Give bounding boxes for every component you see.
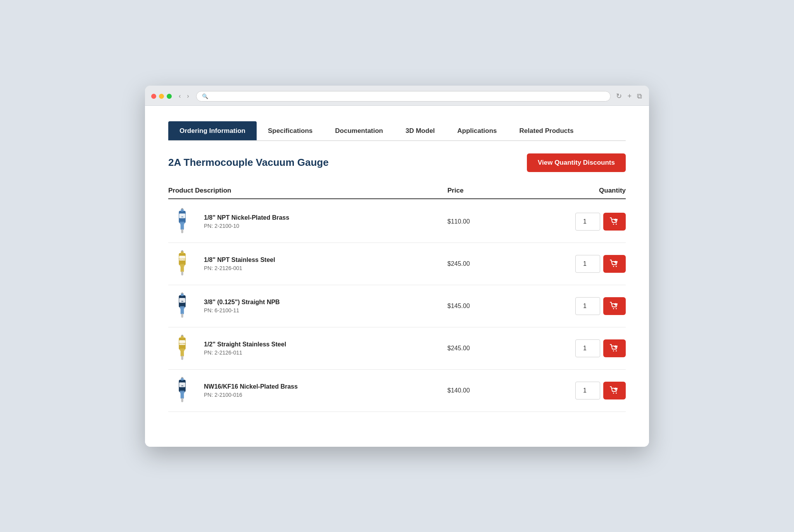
duplicate-tab-button[interactable]: ⧉ <box>636 91 643 101</box>
product-info: 2A 1/8" NPT Nickel-Plated Brass PN: 2-21… <box>168 208 447 236</box>
table-row: 2A 3/8" (0.125") Straight NPB PN: 6-2100… <box>168 285 626 327</box>
tab-specifications[interactable]: Specifications <box>257 121 324 140</box>
cart-icon <box>609 259 620 269</box>
tab-3d-model[interactable]: 3D Model <box>394 121 446 140</box>
back-button[interactable]: ‹ <box>176 91 183 101</box>
table-row: TELEVAC 1/2" Straight Stainless Steel PN… <box>168 327 626 370</box>
product-pn: PN: 2-2100-10 <box>204 223 289 229</box>
quantity-input[interactable] <box>575 255 600 273</box>
tab-applications[interactable]: Applications <box>446 121 508 140</box>
new-tab-button[interactable]: + <box>627 91 632 101</box>
browser-actions: ↻ + ⧉ <box>615 91 643 101</box>
svg-point-8 <box>613 224 614 225</box>
add-to-cart-button[interactable] <box>603 382 626 399</box>
svg-rect-55 <box>180 391 185 393</box>
page-header: 2A Thermocouple Vacuum Gauge View Quanti… <box>168 153 626 172</box>
traffic-lights <box>151 94 172 99</box>
quantity-controls <box>525 382 626 399</box>
product-name: NW16/KF16 Nickel-Plated Brass <box>204 383 298 390</box>
quantity-controls <box>525 213 626 231</box>
minimize-button[interactable] <box>159 94 164 99</box>
add-to-cart-button[interactable] <box>603 213 626 231</box>
svg-rect-28 <box>181 293 183 294</box>
product-image: TELEVAC <box>168 250 196 278</box>
table-header: Product Description Price Quantity <box>168 183 626 199</box>
product-list: 2A 1/8" NPT Nickel-Plated Brass PN: 2-21… <box>168 201 626 412</box>
product-name: 3/8" (0.125") Straight NPB <box>204 299 280 306</box>
quantity-controls <box>525 297 626 315</box>
svg-point-56 <box>613 393 614 394</box>
tab-bar: Ordering Information Specifications Docu… <box>168 121 626 141</box>
quantity-controls <box>525 255 626 273</box>
product-info: 2A 3/8" (0.125") Straight NPB PN: 6-2100… <box>168 292 447 320</box>
view-discounts-button[interactable]: View Quantity Discounts <box>527 153 626 172</box>
forward-button[interactable]: › <box>185 91 191 101</box>
product-price: $140.00 <box>447 387 525 394</box>
cart-icon <box>609 217 620 227</box>
page-content: Ordering Information Specifications Docu… <box>145 106 649 447</box>
tab-ordering-information[interactable]: Ordering Information <box>168 121 257 140</box>
reload-button[interactable]: ↻ <box>615 91 623 101</box>
svg-rect-40 <box>181 335 183 336</box>
quantity-input[interactable] <box>575 339 600 357</box>
product-image: TELEVAC <box>168 334 196 362</box>
quantity-input[interactable] <box>575 213 600 231</box>
product-price: $245.00 <box>447 345 525 352</box>
add-to-cart-button[interactable] <box>603 297 626 315</box>
product-pn: PN: 6-2100-11 <box>204 307 280 313</box>
add-to-cart-button[interactable] <box>603 255 626 273</box>
svg-point-20 <box>613 266 614 267</box>
page-title: 2A Thermocouple Vacuum Gauge <box>168 157 329 169</box>
product-details: 1/8" NPT Nickel-Plated Brass PN: 2-2100-… <box>204 214 289 229</box>
browser-chrome: ‹ › 🔍 ↻ + ⧉ <box>145 86 649 106</box>
product-pn: PN: 2-2100-016 <box>204 392 298 398</box>
address-bar[interactable]: 🔍 <box>196 91 611 102</box>
browser-window: ‹ › 🔍 ↻ + ⧉ Ordering Information Specifi… <box>145 86 649 447</box>
svg-text:TELEVAC: TELEVAC <box>178 342 186 344</box>
svg-rect-4 <box>181 208 183 210</box>
product-info: TELEVAC 1/2" Straight Stainless Steel PN… <box>168 334 447 362</box>
svg-text:TELEVAC: TELEVAC <box>178 258 186 260</box>
product-info: TELEVAC 1/8" NPT Stainless Steel PN: 2-2… <box>168 250 447 278</box>
product-details: 1/8" NPT Stainless Steel PN: 2-2126-001 <box>204 257 275 271</box>
svg-point-21 <box>616 266 617 267</box>
cart-icon <box>609 301 620 311</box>
svg-point-33 <box>616 308 617 309</box>
product-name: 1/8" NPT Nickel-Plated Brass <box>204 214 289 221</box>
col-header-description: Product Description <box>168 187 447 195</box>
tab-related-products[interactable]: Related Products <box>508 121 585 140</box>
svg-rect-18 <box>181 271 183 275</box>
cart-icon <box>609 386 620 396</box>
table-row: 2A 1/8" NPT Nickel-Plated Brass PN: 2-21… <box>168 201 626 243</box>
product-name: 1/8" NPT Stainless Steel <box>204 257 275 263</box>
svg-rect-30 <box>181 313 183 318</box>
product-price: $110.00 <box>447 218 525 225</box>
product-image: 2A <box>168 377 196 405</box>
quantity-input[interactable] <box>575 382 600 399</box>
product-price: $245.00 <box>447 260 525 267</box>
svg-rect-16 <box>181 250 183 252</box>
add-to-cart-button[interactable] <box>603 339 626 357</box>
svg-rect-54 <box>181 398 183 402</box>
col-header-quantity: Quantity <box>525 187 626 195</box>
product-name: 1/2" Straight Stainless Steel <box>204 341 286 348</box>
svg-text:2A: 2A <box>181 215 183 217</box>
product-pn: PN: 2-2126-011 <box>204 350 286 356</box>
search-icon: 🔍 <box>202 93 208 99</box>
nav-buttons: ‹ › <box>176 91 192 101</box>
product-details: NW16/KF16 Nickel-Plated Brass PN: 2-2100… <box>204 383 298 398</box>
svg-rect-52 <box>181 377 183 379</box>
product-info: 2A NW16/KF16 Nickel-Plated Brass PN: 2-2… <box>168 377 447 405</box>
close-button[interactable] <box>151 94 156 99</box>
svg-text:2A: 2A <box>181 300 183 302</box>
maximize-button[interactable] <box>167 94 172 99</box>
product-image: 2A <box>168 292 196 320</box>
svg-rect-31 <box>180 306 185 309</box>
svg-point-45 <box>616 350 617 351</box>
quantity-input[interactable] <box>575 297 600 315</box>
svg-rect-6 <box>181 229 183 233</box>
svg-point-9 <box>616 224 617 225</box>
product-details: 3/8" (0.125") Straight NPB PN: 6-2100-11 <box>204 299 280 313</box>
tab-documentation[interactable]: Documentation <box>324 121 394 140</box>
svg-rect-7 <box>180 222 185 224</box>
